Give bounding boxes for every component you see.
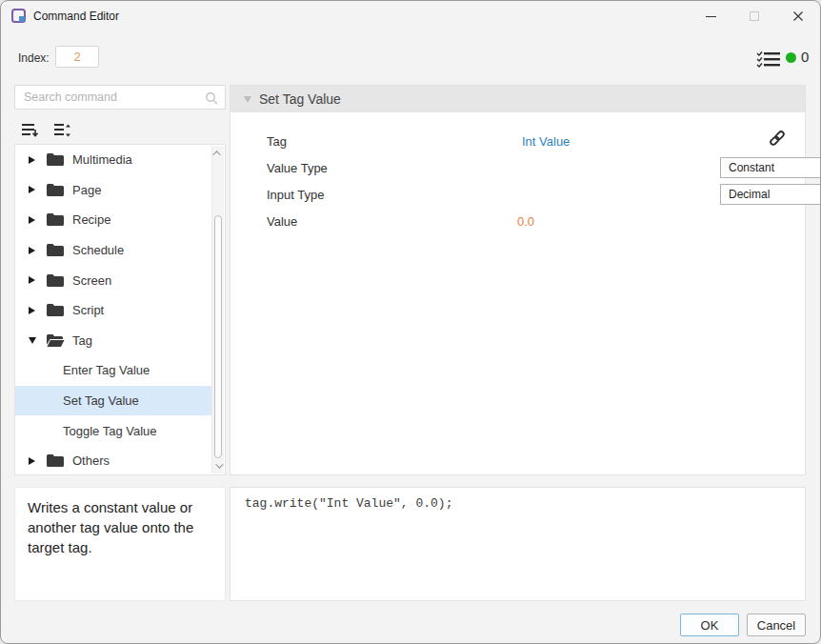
index-label: Index: xyxy=(18,51,50,65)
value-type-select[interactable]: Constant xyxy=(720,157,821,178)
tag-label: Tag xyxy=(267,134,438,149)
collapse-triangle-icon xyxy=(244,96,251,103)
tree-item-label: Enter Tag Value xyxy=(63,363,150,377)
status-dot-icon xyxy=(786,52,796,63)
search-box xyxy=(14,85,226,110)
tree-item-label: Screen xyxy=(72,273,111,288)
value-label: Value xyxy=(267,214,438,229)
field-row-value: Value 0.0 xyxy=(230,208,805,234)
cancel-button[interactable]: Cancel xyxy=(747,614,806,636)
tree-item-label: Recipe xyxy=(72,212,110,227)
close-icon xyxy=(792,10,804,22)
folder-icon xyxy=(46,303,65,317)
tree-item-label: Script xyxy=(72,303,104,317)
tree-item-screen[interactable]: Screen xyxy=(15,265,212,295)
minimize-button[interactable] xyxy=(689,1,732,31)
folder-icon xyxy=(46,273,65,288)
window-title: Command Editor xyxy=(33,1,119,31)
tree-item-recipe[interactable]: Recipe xyxy=(15,205,212,235)
folder-icon xyxy=(46,152,65,167)
tree-item-others[interactable]: Others xyxy=(15,446,212,475)
tree-item-label: Set Tag Value xyxy=(63,393,139,408)
minimize-icon xyxy=(706,16,716,17)
command-list-icon[interactable] xyxy=(756,50,781,69)
field-row-input-type: Input Type Decimal xyxy=(230,181,805,208)
command-settings-panel: Set Tag Value Tag Int Value Value Type C… xyxy=(230,85,806,475)
input-type-selected: Decimal xyxy=(729,188,770,201)
settings-header[interactable]: Set Tag Value xyxy=(230,86,805,112)
settings-form: Tag Int Value Value Type Constant Input … xyxy=(230,112,805,234)
close-button[interactable] xyxy=(776,1,820,31)
collapse-all-icon xyxy=(21,123,40,138)
value-field[interactable]: 0.0 xyxy=(517,214,534,229)
ok-button[interactable]: OK xyxy=(680,614,739,636)
tree-item-schedule[interactable]: Schedule xyxy=(15,235,212,266)
tree-item-multimedia[interactable]: Multimedia xyxy=(15,145,212,175)
input-type-select[interactable]: Decimal xyxy=(720,184,821,205)
maximize-icon xyxy=(750,11,759,21)
folder-icon xyxy=(46,212,65,227)
tree-item-script[interactable]: Script xyxy=(15,295,212,326)
tag-value-link[interactable]: Int Value xyxy=(522,134,570,149)
tree-item-label: Others xyxy=(72,453,110,468)
search-input[interactable] xyxy=(15,86,225,109)
error-count: 0 xyxy=(801,49,809,65)
chevron-right-icon[interactable] xyxy=(29,216,38,224)
maximize-button[interactable] xyxy=(732,1,776,31)
chevron-right-icon[interactable] xyxy=(29,186,38,193)
tree-item-page[interactable]: Page xyxy=(15,175,212,206)
tree-toolbar xyxy=(20,121,73,140)
tree-item-label: Toggle Tag Value xyxy=(63,424,157,438)
value-type-selected: Constant xyxy=(729,161,774,174)
scrollbar-thumb[interactable] xyxy=(214,215,222,458)
folder-icon xyxy=(46,183,65,197)
app-logo-icon xyxy=(10,8,28,25)
chevron-down-icon[interactable] xyxy=(29,337,38,344)
chevron-right-icon[interactable] xyxy=(29,247,38,254)
settings-header-title: Set Tag Value xyxy=(259,86,341,112)
tree-item-label: Multimedia xyxy=(72,152,132,167)
code-preview[interactable]: tag.write("Int Value", 0.0); xyxy=(230,487,806,601)
collapse-all-button[interactable] xyxy=(20,121,41,140)
input-type-label: Input Type xyxy=(267,188,438,202)
command-editor-window: Command Editor Index: 0 xyxy=(0,0,821,644)
field-row-value-type: Value Type Constant xyxy=(230,154,805,181)
command-description: Writes a constant value or another tag v… xyxy=(14,487,226,601)
tree-item-label: Tag xyxy=(72,333,92,348)
expand-all-button[interactable] xyxy=(52,121,73,140)
chevron-right-icon[interactable] xyxy=(29,156,38,164)
value-type-label: Value Type xyxy=(267,161,438,175)
tree-item-label: Page xyxy=(72,183,101,197)
titlebar: Command Editor xyxy=(1,1,820,31)
field-row-tag: Tag Int Value xyxy=(230,128,805,154)
open-folder-icon xyxy=(46,333,65,348)
chevron-right-icon[interactable] xyxy=(29,457,38,465)
folder-icon xyxy=(46,453,65,468)
chevron-right-icon[interactable] xyxy=(29,307,38,314)
scroll-down-icon[interactable] xyxy=(212,460,224,472)
tree-item-set-tag-value[interactable]: Set Tag Value xyxy=(15,386,212,416)
tree-item-tag[interactable]: Tag xyxy=(15,326,212,356)
chevron-right-icon[interactable] xyxy=(29,276,38,284)
tree-scrollbar[interactable] xyxy=(211,146,224,473)
tag-link-icon[interactable] xyxy=(768,129,787,148)
scroll-up-icon[interactable] xyxy=(212,148,224,159)
index-input[interactable] xyxy=(55,46,99,68)
expand-all-icon xyxy=(53,123,72,138)
tree-item-label: Schedule xyxy=(72,243,124,257)
search-icon xyxy=(205,91,218,105)
tree-item-enter-tag-value[interactable]: Enter Tag Value xyxy=(15,355,212,386)
command-tree: Multimedia Page Recipe xyxy=(14,144,226,475)
tree-item-toggle-tag-value[interactable]: Toggle Tag Value xyxy=(15,415,212,446)
folder-icon xyxy=(46,243,65,257)
